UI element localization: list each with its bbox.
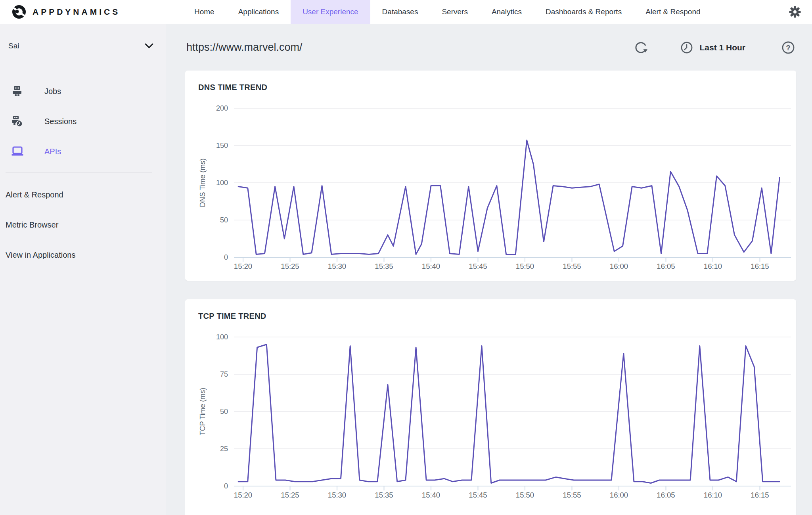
chart-title: TCP TIME TREND: [185, 299, 796, 321]
help-button[interactable]: ?: [780, 40, 796, 56]
sidebar-item-label: APIs: [44, 147, 61, 156]
nav-item-alert-respond[interactable]: Alert & Respond: [634, 0, 712, 24]
nav-item-user-experience[interactable]: User Experience: [291, 0, 370, 24]
brand-wordmark: APPDYNAMICS: [33, 7, 120, 17]
appdynamics-brand: APPDYNAMICS: [0, 0, 159, 24]
appdynamics-logo-icon: [12, 5, 26, 19]
svg-text:16:10: 16:10: [704, 262, 722, 270]
refresh-button[interactable]: [634, 40, 649, 55]
sidebar-item-alert-respond[interactable]: Alert & Respond: [0, 180, 166, 210]
svg-text:16:00: 16:00: [610, 491, 628, 499]
svg-text:15:50: 15:50: [516, 491, 534, 499]
page-header: https://www.marvel.com/ Last 1 Hour: [166, 24, 812, 71]
svg-text:15:35: 15:35: [375, 262, 393, 270]
help-icon: ?: [780, 40, 796, 56]
nav-item-applications[interactable]: Applications: [226, 0, 291, 24]
dns-chart-svg: 05010015020015:2015:2515:3015:3515:4015:…: [185, 96, 796, 274]
svg-text:16:15: 16:15: [751, 491, 769, 499]
svg-text:50: 50: [220, 408, 228, 415]
page-title: https://www.marvel.com/: [186, 41, 303, 54]
svg-text:0: 0: [224, 482, 228, 490]
account-selector[interactable]: Sai: [0, 24, 166, 68]
svg-text:15:40: 15:40: [422, 491, 440, 499]
svg-text:15:55: 15:55: [563, 262, 581, 270]
svg-text:16:15: 16:15: [751, 262, 769, 270]
chart-title: DNS TIME TREND: [185, 71, 796, 92]
tcp-time-trend-card: TCP TIME TREND 025507510015:2015:2515:30…: [185, 299, 796, 515]
svg-text:?: ?: [786, 44, 791, 52]
gear-icon: [788, 5, 802, 19]
svg-text:16:10: 16:10: [704, 491, 722, 499]
primary-nav: Home Applications User Experience Databa…: [182, 0, 712, 24]
sidebar-primary-list: Jobs: [0, 68, 166, 172]
svg-text:100: 100: [216, 179, 228, 187]
sidebar-item-apis[interactable]: APIs: [0, 136, 166, 167]
svg-text:16:05: 16:05: [657, 262, 675, 270]
svg-text:15:50: 15:50: [516, 262, 534, 270]
svg-text:16:00: 16:00: [610, 262, 628, 270]
sidebar-item-metric-browser[interactable]: Metric Browser: [0, 210, 166, 240]
svg-text:25: 25: [220, 445, 228, 453]
time-range-label: Last 1 Hour: [699, 43, 745, 52]
svg-text:50: 50: [220, 216, 228, 224]
svg-text:15:20: 15:20: [234, 491, 252, 499]
svg-text:200: 200: [216, 104, 228, 112]
svg-text:15:35: 15:35: [375, 491, 393, 499]
svg-text:15:30: 15:30: [328, 262, 346, 270]
svg-text:15:55: 15:55: [563, 491, 581, 499]
sidebar-item-view-in-applications[interactable]: View in Applications: [0, 240, 166, 270]
sidebar: Sai: [0, 24, 166, 515]
top-navigation-bar: APPDYNAMICS Home Applications User Exper…: [0, 0, 812, 24]
sessions-robot-clock-icon: [10, 115, 33, 128]
jobs-robot-icon: [10, 84, 33, 98]
dns-time-trend-chart: 05010015020015:2015:2515:3015:3515:4015:…: [185, 96, 796, 276]
refresh-icon: [634, 40, 649, 55]
laptop-icon: [10, 145, 33, 158]
sidebar-item-jobs[interactable]: Jobs: [0, 76, 166, 106]
nav-item-servers[interactable]: Servers: [430, 0, 479, 24]
nav-item-databases[interactable]: Databases: [370, 0, 430, 24]
header-controls: Last 1 Hour ?: [634, 40, 796, 56]
sidebar-item-label: Sessions: [44, 117, 77, 126]
svg-text:16:05: 16:05: [657, 491, 675, 499]
svg-text:15:25: 15:25: [281, 491, 299, 499]
sidebar-item-sessions[interactable]: Sessions: [0, 106, 166, 136]
svg-text:15:25: 15:25: [281, 262, 299, 270]
svg-text:DNS Time (ms): DNS Time (ms): [199, 159, 207, 207]
svg-text:TCP Time (ms): TCP Time (ms): [199, 388, 207, 436]
account-name: Sai: [8, 42, 19, 50]
time-range-selector[interactable]: Last 1 Hour: [680, 40, 745, 55]
sidebar-secondary-list: Alert & Respond Metric Browser View in A…: [0, 172, 166, 277]
svg-text:75: 75: [220, 370, 228, 378]
svg-text:15:30: 15:30: [328, 491, 346, 499]
main-content: https://www.marvel.com/ Last 1 Hour: [166, 24, 812, 515]
svg-text:15:20: 15:20: [234, 262, 252, 270]
svg-text:150: 150: [216, 142, 228, 149]
chevron-down-icon: [144, 42, 154, 50]
tcp-time-trend-chart: 025507510015:2015:2515:3015:3515:4015:45…: [185, 324, 796, 504]
settings-button[interactable]: [788, 0, 812, 24]
sidebar-item-label: Jobs: [44, 87, 61, 96]
nav-item-analytics[interactable]: Analytics: [480, 0, 534, 24]
nav-item-home[interactable]: Home: [182, 0, 226, 24]
svg-text:15:40: 15:40: [422, 262, 440, 270]
nav-item-dashboards-reports[interactable]: Dashboards & Reports: [534, 0, 634, 24]
clock-icon: [680, 40, 694, 55]
svg-text:0: 0: [224, 253, 228, 261]
svg-text:100: 100: [216, 333, 228, 341]
svg-text:15:45: 15:45: [469, 491, 487, 499]
dns-time-trend-card: DNS TIME TREND 05010015020015:2015:2515:…: [185, 71, 796, 281]
tcp-chart-svg: 025507510015:2015:2515:3015:3515:4015:45…: [185, 324, 796, 503]
svg-text:15:45: 15:45: [469, 262, 487, 270]
